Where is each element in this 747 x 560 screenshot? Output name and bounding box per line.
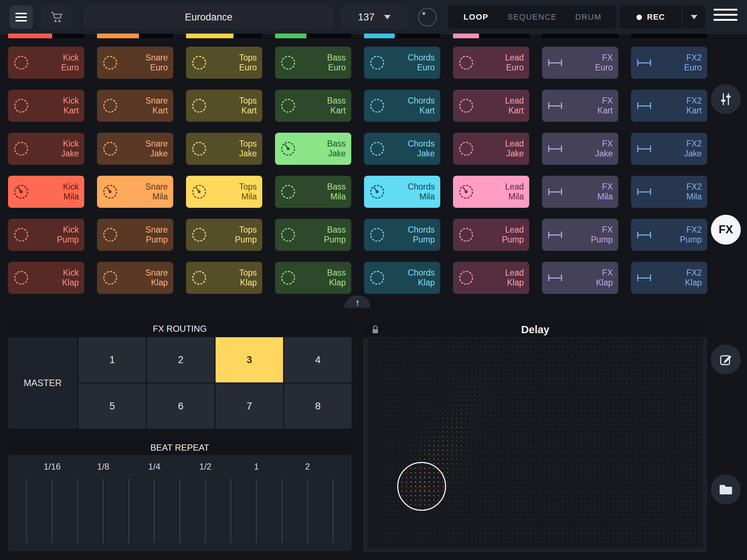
pad-label: ChordsEuro — [408, 53, 435, 73]
beat-repeat-tick[interactable] — [282, 478, 282, 543]
pad-fx-euro[interactable]: FXEuro — [542, 47, 618, 79]
pad-label: BassKlap — [327, 268, 346, 288]
rec-options-button[interactable] — [682, 5, 705, 29]
beat-repeat-tick[interactable] — [256, 478, 257, 543]
pad-snare-kart[interactable]: SnareKart — [97, 90, 173, 122]
oneshot-icon — [637, 275, 651, 281]
pad-fx2-klap[interactable]: FX2Klap — [631, 262, 707, 294]
pad-chords-klap[interactable]: ChordsKlap — [364, 262, 440, 294]
pad-lead-pump[interactable]: LeadPump — [453, 219, 529, 251]
pad-fx2-pump[interactable]: FX2Pump — [631, 219, 707, 251]
beat-repeat-tick[interactable] — [103, 478, 104, 543]
pad-bass-pump[interactable]: BassPump — [275, 219, 351, 251]
bpm-selector[interactable]: 137 — [341, 5, 408, 29]
tab-sequence[interactable]: SEQUENCE — [504, 5, 560, 29]
loop-circle-icon — [192, 99, 206, 113]
pad-bass-jake[interactable]: BassJake — [275, 133, 351, 165]
fx-routing-cell-4[interactable]: 4 — [284, 337, 352, 382]
master-lines-icon[interactable] — [713, 9, 738, 21]
pad-tops-pump[interactable]: TopsPump — [186, 219, 262, 251]
pad-fx2-jake[interactable]: FX2Jake — [631, 133, 707, 165]
tab-loop[interactable]: LOOP — [448, 5, 504, 29]
pad-kick-jake[interactable]: KickJake — [8, 133, 84, 165]
pad-lead-kart[interactable]: LeadKart — [453, 90, 529, 122]
pad-fx2-kart[interactable]: FX2Kart — [631, 90, 707, 122]
beat-repeat-tick[interactable] — [77, 478, 78, 543]
pad-chords-euro[interactable]: ChordsEuro — [364, 47, 440, 79]
pad-tops-klap[interactable]: TopsKlap — [186, 262, 262, 294]
pad-chords-pump[interactable]: ChordsPump — [364, 219, 440, 251]
delay-xy-pad[interactable] — [368, 338, 703, 548]
edit-button[interactable] — [711, 345, 741, 374]
fx-routing-cell-1[interactable]: 1 — [78, 337, 146, 382]
pad-kick-pump[interactable]: KickPump — [8, 219, 84, 251]
fx-routing-cell-5[interactable]: 5 — [78, 384, 146, 429]
pad-fx2-mila[interactable]: FX2Mila — [631, 176, 707, 208]
loop-circle-icon — [103, 271, 117, 285]
pad-chords-kart[interactable]: ChordsKart — [364, 90, 440, 122]
pad-fx-klap[interactable]: FXKlap — [542, 262, 618, 294]
pad-fx2-euro[interactable]: FX2Euro — [631, 47, 707, 79]
beat-repeat-label: 1/16 — [44, 462, 61, 472]
menu-button[interactable] — [9, 5, 33, 29]
beat-repeat-tick[interactable] — [205, 478, 206, 543]
pad-lead-euro[interactable]: LeadEuro — [453, 47, 529, 79]
pad-label: ChordsMila — [408, 182, 435, 202]
edit-pencil-icon — [719, 352, 733, 367]
pad-fx-kart[interactable]: FXKart — [542, 90, 618, 122]
pad-snare-klap[interactable]: SnareKlap — [97, 262, 173, 294]
pad-chords-mila[interactable]: ChordsMila — [364, 176, 440, 208]
fx-routing-cell-7[interactable]: 7 — [216, 384, 283, 429]
pad-fx-jake[interactable]: FXJake — [542, 133, 618, 165]
beat-repeat-tick[interactable] — [128, 478, 129, 543]
folder-button[interactable] — [711, 475, 741, 505]
pad-fx-mila[interactable]: FXMila — [542, 176, 618, 208]
pad-lead-klap[interactable]: LeadKlap — [453, 262, 529, 294]
pad-snare-mila[interactable]: SnareMila — [97, 176, 173, 208]
collapse-grid-button[interactable]: ↑ — [344, 295, 371, 308]
fx-routing-cell-8[interactable]: 8 — [284, 384, 352, 429]
beat-repeat-label: 2 — [305, 462, 310, 472]
beat-repeat-tick[interactable] — [154, 478, 155, 543]
beat-repeat-tick[interactable] — [333, 478, 333, 543]
pad-bass-kart[interactable]: BassKart — [275, 90, 351, 122]
pad-snare-euro[interactable]: SnareEuro — [97, 47, 173, 79]
xy-cursor[interactable] — [397, 462, 446, 511]
pad-kick-klap[interactable]: KickKlap — [8, 262, 84, 294]
cart-button[interactable] — [41, 5, 73, 29]
beat-repeat-tick[interactable] — [26, 478, 27, 543]
pad-tops-euro[interactable]: TopsEuro — [186, 47, 262, 79]
pad-label: ChordsKart — [408, 96, 435, 116]
project-title-field[interactable]: Eurodance — [84, 5, 334, 29]
fx-routing-master[interactable]: MASTER — [8, 337, 77, 429]
beat-repeat-tick[interactable] — [179, 478, 180, 543]
pad-snare-pump[interactable]: SnarePump — [97, 219, 173, 251]
pad-fx-pump[interactable]: FXPump — [542, 219, 618, 251]
pad-bass-klap[interactable]: BassKlap — [275, 262, 351, 294]
mixer-button[interactable] — [711, 84, 741, 114]
pad-lead-mila[interactable]: LeadMila — [453, 176, 529, 208]
pad-tops-mila[interactable]: TopsMila — [186, 176, 262, 208]
pad-snare-jake[interactable]: SnareJake — [97, 133, 173, 165]
beat-repeat-tick[interactable] — [307, 478, 308, 543]
fx-routing-cell-6[interactable]: 6 — [147, 384, 214, 429]
pad-tops-jake[interactable]: TopsJake — [186, 133, 262, 165]
tab-drum[interactable]: DRUM — [560, 5, 616, 29]
pad-bass-euro[interactable]: BassEuro — [275, 47, 351, 79]
pad-bass-mila[interactable]: BassMila — [275, 176, 351, 208]
pad-kick-mila[interactable]: KickMila — [8, 176, 84, 208]
tempo-knob-icon[interactable] — [418, 8, 437, 27]
pad-kick-kart[interactable]: KickKart — [8, 90, 84, 122]
pad-chords-jake[interactable]: ChordsJake — [364, 133, 440, 165]
fx-routing-cell-2[interactable]: 2 — [147, 337, 214, 382]
pad-label: ChordsJake — [408, 139, 435, 159]
beat-repeat-tick[interactable] — [231, 478, 231, 543]
pad-tops-kart[interactable]: TopsKart — [186, 90, 262, 122]
rec-button[interactable]: REC — [619, 5, 682, 29]
beat-repeat-tick[interactable] — [52, 478, 53, 543]
fx-button[interactable]: FX — [711, 215, 741, 245]
pad-lead-jake[interactable]: LeadJake — [453, 133, 529, 165]
folder-icon — [718, 483, 734, 496]
fx-routing-cell-3[interactable]: 3 — [216, 337, 283, 382]
pad-kick-euro[interactable]: KickEuro — [8, 47, 84, 79]
